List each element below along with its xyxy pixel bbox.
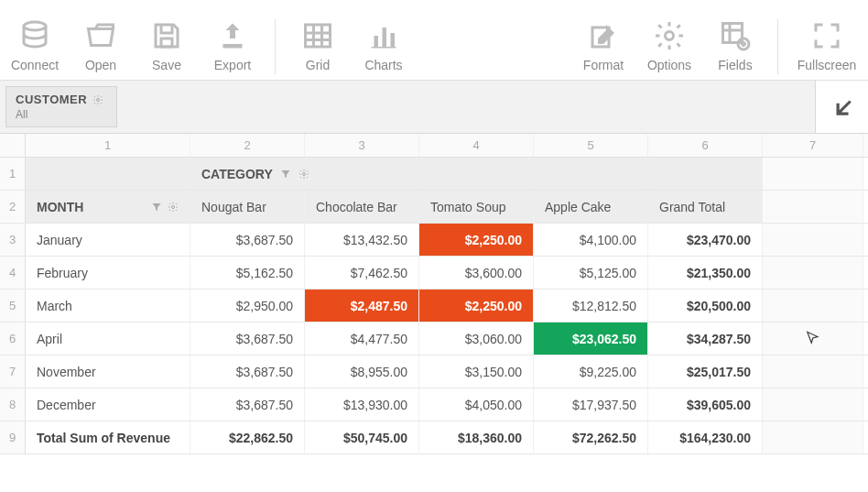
fullscreen-label: Fullscreen — [797, 58, 857, 72]
col-index[interactable]: 1 — [26, 134, 190, 157]
data-cell[interactable]: $2,950.00 — [190, 290, 305, 322]
svg-rect-6 — [372, 47, 396, 49]
svg-rect-1 — [161, 38, 172, 47]
col-index[interactable]: 4 — [419, 134, 534, 157]
data-cell[interactable]: $7,462.50 — [305, 257, 419, 289]
row-label[interactable]: February — [26, 257, 190, 289]
data-cell[interactable]: $20,500.00 — [648, 290, 763, 322]
data-cell[interactable]: $3,060.00 — [419, 323, 534, 355]
options-button[interactable]: Options — [636, 16, 702, 72]
month-header[interactable]: MONTH — [26, 191, 190, 223]
col-header[interactable]: Tomato Soup — [419, 191, 534, 223]
table-row: 4February$5,162.50$7,462.50$3,600.00$5,1… — [0, 257, 868, 290]
data-cell[interactable]: $3,150.00 — [419, 355, 534, 388]
chart-bar-icon — [363, 16, 404, 56]
total-cell[interactable]: $164,230.00 — [648, 421, 763, 454]
row-number[interactable]: 2 — [0, 191, 26, 223]
table-row: 6April$3,687.50$4,477.50$3,060.00$23,062… — [0, 323, 868, 355]
row-number[interactable]: 8 — [0, 388, 26, 421]
svg-point-13 — [172, 205, 175, 208]
format-button[interactable]: Format — [570, 16, 636, 72]
row-number[interactable]: 3 — [0, 224, 26, 256]
total-cell[interactable]: $50,745.00 — [305, 421, 419, 454]
svg-point-11 — [97, 98, 100, 101]
data-cell[interactable]: $4,050.00 — [419, 388, 534, 421]
fullscreen-icon — [807, 16, 847, 56]
row-number[interactable]: 5 — [0, 290, 26, 322]
collapse-button[interactable] — [815, 81, 868, 133]
col-index[interactable]: 5 — [534, 134, 648, 157]
row-number[interactable]: 4 — [0, 257, 26, 289]
data-cell[interactable]: $3,600.00 — [419, 257, 534, 289]
data-cell[interactable]: $9,225.00 — [534, 355, 648, 388]
total-cell[interactable]: $18,360.00 — [419, 421, 534, 454]
data-cell[interactable]: $34,287.50 — [648, 323, 763, 355]
col-index[interactable]: 6 — [648, 134, 763, 157]
data-cell[interactable]: $3,687.50 — [190, 355, 305, 388]
col-index[interactable]: 3 — [305, 134, 419, 157]
fields-button[interactable]: Fields — [702, 16, 768, 72]
total-label[interactable]: Total Sum of Revenue — [26, 421, 190, 454]
gear-icon[interactable] — [298, 169, 309, 180]
blank-cell — [763, 224, 863, 256]
data-cell[interactable]: $23,062.50 — [534, 323, 648, 355]
row-number[interactable]: 6 — [0, 323, 26, 355]
connect-label: Connect — [11, 58, 59, 72]
data-cell[interactable]: $21,350.00 — [648, 257, 763, 289]
blank-cell — [763, 355, 863, 388]
data-cell[interactable]: $2,487.50 — [305, 290, 419, 322]
data-cell[interactable]: $5,162.50 — [190, 257, 305, 289]
format-label: Format — [583, 58, 624, 72]
export-button[interactable]: Export — [200, 16, 266, 72]
row-label[interactable]: April — [26, 323, 190, 355]
data-cell[interactable]: $4,477.50 — [305, 323, 419, 355]
col-header[interactable]: Apple Cake — [534, 191, 648, 223]
data-cell[interactable]: $4,100.00 — [534, 224, 648, 256]
col-header[interactable]: Grand Total — [648, 191, 763, 223]
data-cell[interactable]: $8,955.00 — [305, 355, 419, 388]
gear-icon[interactable] — [92, 94, 103, 105]
save-button[interactable]: Save — [134, 16, 200, 72]
filter-pill-customer[interactable]: CUSTOMER All — [5, 86, 117, 127]
data-cell[interactable]: $2,250.00 — [419, 290, 534, 322]
gear-icon[interactable] — [168, 202, 179, 213]
blank-cell — [763, 257, 863, 289]
row-label[interactable]: December — [26, 388, 190, 421]
separator — [275, 19, 276, 74]
blank-cell — [763, 191, 863, 223]
row-number[interactable]: 7 — [0, 355, 26, 388]
row-number[interactable]: 1 — [0, 158, 26, 190]
data-cell[interactable]: $2,250.00 — [419, 224, 534, 256]
data-cell[interactable]: $3,687.50 — [190, 323, 305, 355]
grid-button[interactable]: Grid — [285, 16, 351, 72]
data-cell[interactable]: $13,432.50 — [305, 224, 419, 256]
data-cell[interactable]: $12,812.50 — [534, 290, 648, 322]
fullscreen-button[interactable]: Fullscreen — [787, 16, 866, 72]
blank-cell — [763, 388, 863, 421]
data-cell[interactable]: $13,930.00 — [305, 388, 419, 421]
blank-cell — [763, 421, 863, 454]
data-cell[interactable]: $25,017.50 — [648, 355, 763, 388]
row-label[interactable]: March — [26, 290, 190, 322]
charts-button[interactable]: Charts — [351, 16, 417, 72]
category-header[interactable]: CATEGORY — [190, 158, 763, 190]
row-label[interactable]: November — [26, 355, 190, 388]
connect-button[interactable]: Connect — [2, 16, 68, 72]
data-cell[interactable]: $23,470.00 — [648, 224, 763, 256]
filter-icon[interactable] — [151, 202, 162, 213]
total-cell[interactable]: $22,862.50 — [190, 421, 305, 454]
filter-icon[interactable] — [280, 169, 291, 180]
data-cell[interactable]: $3,687.50 — [190, 388, 305, 421]
total-cell[interactable]: $72,262.50 — [534, 421, 648, 454]
col-index[interactable]: 2 — [190, 134, 305, 157]
data-cell[interactable]: $39,605.00 — [648, 388, 763, 421]
col-index[interactable]: 7 — [763, 134, 863, 157]
data-cell[interactable]: $3,687.50 — [190, 224, 305, 256]
data-cell[interactable]: $5,125.00 — [534, 257, 648, 289]
row-label[interactable]: January — [26, 224, 190, 256]
row-number[interactable]: 9 — [0, 421, 26, 454]
data-cell[interactable]: $17,937.50 — [534, 388, 648, 421]
col-header[interactable]: Nougat Bar — [190, 191, 305, 223]
open-button[interactable]: Open — [68, 16, 134, 72]
col-header[interactable]: Chocolate Bar — [305, 191, 419, 223]
